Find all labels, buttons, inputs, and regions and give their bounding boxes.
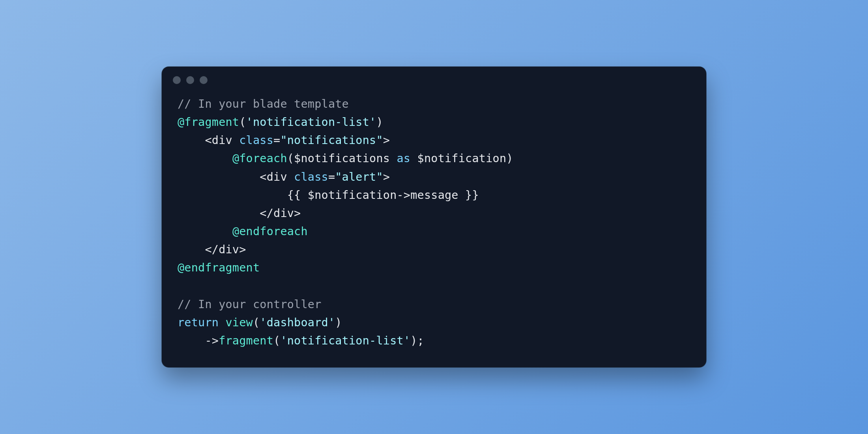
attr-value: "notifications" <box>280 134 383 147</box>
equals: = <box>273 134 280 147</box>
paren: ( <box>273 334 280 347</box>
window-titlebar <box>162 67 706 87</box>
paren: ( <box>239 116 246 129</box>
tag-close: > <box>239 243 246 256</box>
space <box>287 170 294 183</box>
tag-name: div <box>267 170 287 183</box>
tag-close: > <box>383 134 390 147</box>
function-call: fragment <box>219 334 273 347</box>
paren-semi: ); <box>410 334 424 347</box>
tag-open: </ <box>260 207 273 220</box>
variable: $notification <box>308 189 397 202</box>
tag-name: div <box>219 243 239 256</box>
tag-name: div <box>273 207 294 220</box>
traffic-light-close-icon[interactable] <box>173 76 181 84</box>
blade-directive: @endfragment <box>178 261 260 274</box>
indent <box>178 152 232 165</box>
keyword-return: return <box>178 316 219 329</box>
string-literal: 'dashboard' <box>260 316 335 329</box>
keyword-as: as <box>390 152 417 165</box>
tag-open: </ <box>205 243 219 256</box>
blade-directive: @foreach <box>232 152 287 165</box>
property: message <box>410 189 458 202</box>
indent <box>178 134 205 147</box>
equals: = <box>328 170 335 183</box>
attr-value: "alert" <box>335 170 383 183</box>
string-literal: 'notification-list' <box>280 334 410 347</box>
paren: ) <box>376 116 383 129</box>
indent <box>178 334 205 347</box>
indent <box>178 170 260 183</box>
tag-name: div <box>212 134 232 147</box>
string-literal: 'notification-list' <box>246 116 376 129</box>
tag-open: < <box>260 170 266 183</box>
paren: ( <box>253 316 260 329</box>
variable: $notifications <box>294 152 390 165</box>
code-comment: // In your controller <box>178 298 322 311</box>
code-block: // In your blade template @fragment('not… <box>162 87 706 367</box>
tag-open: < <box>205 134 211 147</box>
tag-close: > <box>294 207 301 220</box>
function-call: view <box>226 316 253 329</box>
indent <box>178 243 205 256</box>
code-window: // In your blade template @fragment('not… <box>162 67 706 367</box>
blade-echo-close: }} <box>458 189 479 202</box>
blade-echo-open: {{ <box>287 189 308 202</box>
code-comment: // In your blade template <box>178 97 349 110</box>
blade-directive: @fragment <box>178 116 239 129</box>
indent <box>178 207 260 220</box>
tag-close: > <box>383 170 390 183</box>
paren: ( <box>287 152 294 165</box>
space <box>219 316 225 329</box>
arrow-op: -> <box>397 189 411 202</box>
arrow-op: -> <box>205 334 219 347</box>
attr-name: class <box>239 134 273 147</box>
attr-name: class <box>294 170 328 183</box>
traffic-light-zoom-icon[interactable] <box>200 76 208 84</box>
indent <box>178 189 287 202</box>
traffic-light-minimize-icon[interactable] <box>186 76 194 84</box>
paren: ) <box>506 152 513 165</box>
indent <box>178 225 232 238</box>
variable: $notification <box>417 152 507 165</box>
space <box>232 134 239 147</box>
paren: ) <box>335 316 342 329</box>
blade-directive: @endforeach <box>232 225 308 238</box>
